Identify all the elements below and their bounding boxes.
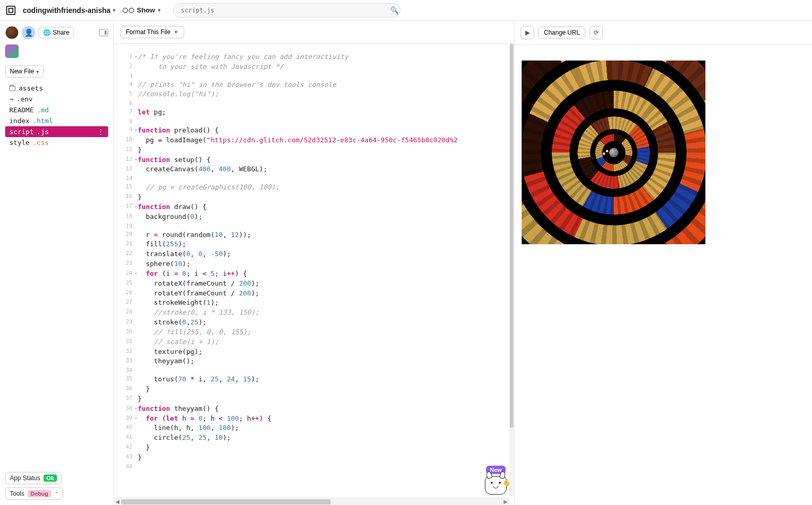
code-line[interactable]: 26 rotateY(frameCount / 200); <box>114 289 514 299</box>
avatar-anonymous[interactable]: 👤 <box>22 26 35 39</box>
file-item[interactable]: script.js⋮ <box>5 126 108 137</box>
preview-side-by-side-button[interactable]: ▶ <box>521 26 534 39</box>
tools-label: Tools <box>10 490 24 497</box>
file-name: assets <box>19 84 43 92</box>
file-item[interactable]: index.html⋮ <box>5 115 108 126</box>
line-number: 29 <box>114 318 138 328</box>
code-line[interactable]: 33 theyyam(); <box>114 357 514 366</box>
glitch-mascot[interactable]: New 👋 <box>485 466 507 495</box>
show-dropdown[interactable]: Show ▾ <box>123 6 161 14</box>
code-line[interactable]: 36 } <box>114 384 514 394</box>
scroll-left-icon[interactable]: ◀ <box>114 499 121 504</box>
search-input[interactable] <box>173 3 401 18</box>
code-line[interactable]: 2 to your site with Javascript */ <box>114 62 514 72</box>
line-number: 11 <box>114 145 138 155</box>
code-line[interactable]: 41 circle(25, 25, 10); <box>114 433 514 443</box>
code-line[interactable]: 16} <box>114 192 514 202</box>
code-editor[interactable]: 1▾/* If you're feeling fancy you can add… <box>114 44 514 505</box>
file-item[interactable]: style.css⋮ <box>5 137 108 148</box>
preview-canvas <box>522 61 705 244</box>
file-extension: .js <box>37 128 49 136</box>
app-status-button[interactable]: App Status Ok <box>5 472 62 484</box>
line-number: 40 <box>114 423 138 433</box>
code-line[interactable]: 38▾function theyyam() { <box>114 404 514 414</box>
code-line[interactable]: 28 //stroke(0, i * 133, 150); <box>114 308 514 318</box>
tools-button[interactable]: Tools Debug ⌃ <box>5 487 63 500</box>
code-line[interactable]: 40 line(h, h, 100, 100); <box>114 423 514 433</box>
code-line[interactable]: 37} <box>114 394 514 404</box>
code-line[interactable]: 44 <box>114 463 514 471</box>
line-number: 1▾ <box>114 52 138 62</box>
fold-icon[interactable]: ▾ <box>135 271 137 277</box>
code-line[interactable]: 29 stroke(0,25); <box>114 318 514 328</box>
project-name-label: codingwithfriends-anisha <box>23 6 111 14</box>
code-line[interactable]: 9▾function preload() { <box>114 126 514 136</box>
code-line[interactable]: 4// prints "hi" in the browser's dev too… <box>114 80 514 90</box>
code-line[interactable]: 12▾function setup() { <box>114 155 514 165</box>
code-line[interactable]: 30 // fill(255, 0, 0, 155); <box>114 328 514 337</box>
code-line[interactable]: 43} <box>114 453 514 463</box>
code-line[interactable]: 7let pg; <box>114 108 514 117</box>
line-number: 10 <box>114 136 138 145</box>
vertical-scrollbar[interactable] <box>509 43 514 496</box>
file-item[interactable]: README.md⋮ <box>5 105 108 115</box>
fold-icon[interactable]: ▾ <box>135 54 137 60</box>
code-line[interactable]: 6 <box>114 99 514 108</box>
code-line[interactable]: 5//console.log("hi"); <box>114 90 514 99</box>
code-line[interactable]: 18 background(0); <box>114 212 514 222</box>
line-number: 8 <box>114 117 138 126</box>
code-line[interactable]: 19 <box>114 222 514 230</box>
line-number: 33 <box>114 357 138 366</box>
avatar[interactable] <box>5 26 19 39</box>
fold-icon[interactable]: ▾ <box>135 415 137 422</box>
file-menu-icon[interactable]: ⋮ <box>97 128 104 136</box>
change-url-button[interactable]: Change URL <box>538 26 585 39</box>
code-line[interactable]: 35 torus(70 * i, 25, 24, 15); <box>114 375 514 384</box>
search-icon[interactable]: 🔍 <box>390 6 398 14</box>
new-file-button[interactable]: New File ▾ <box>5 65 43 78</box>
code-line[interactable]: 27 strokeWeight(1); <box>114 298 514 308</box>
collapse-sidebar-button[interactable] <box>99 29 108 36</box>
status-badge-ok: Ok <box>43 474 57 482</box>
fold-icon[interactable]: ▾ <box>135 127 137 133</box>
code-line[interactable]: 17▾function draw() { <box>114 202 514 212</box>
code-line[interactable]: 34 <box>114 366 514 375</box>
code-line[interactable]: 20 r = round(random(10, 12)); <box>114 230 514 240</box>
code-line[interactable]: 23 sphere(10); <box>114 259 514 269</box>
format-file-button[interactable]: Format This File ✦ <box>120 26 184 38</box>
code-line[interactable]: 31 // scale(i + 1); <box>114 337 514 347</box>
project-avatar-icon[interactable] <box>5 44 19 58</box>
search-wrap: 🔍 <box>173 3 411 18</box>
code-line[interactable]: 13 createCanvas(400, 400, WEBGL); <box>114 165 514 174</box>
share-button[interactable]: 🌐 Share <box>38 27 74 38</box>
code-line[interactable]: 15 // pg = createGraphics(100, 100); <box>114 183 514 192</box>
fold-icon[interactable]: ▾ <box>135 204 137 210</box>
code-line[interactable]: 10 pg = loadImage("https://cdn.glitch.co… <box>114 136 514 145</box>
line-number: 4 <box>114 80 138 90</box>
horizontal-scrollbar[interactable]: ◀ ▶ <box>114 498 509 505</box>
code-line[interactable]: 3 <box>114 72 514 80</box>
code-line[interactable]: 24▾ for (i = 0; i < 5; i++) { <box>114 269 514 279</box>
code-line[interactable]: 42 } <box>114 443 514 453</box>
file-item[interactable]: assets⋮ <box>5 83 108 94</box>
code-line[interactable]: 22 translate(0, 0, -50); <box>114 249 514 259</box>
code-line[interactable]: 1▾/* If you're feeling fancy you can add… <box>114 52 514 62</box>
line-number: 18 <box>114 212 138 222</box>
code-line[interactable]: 32 texture(pg); <box>114 347 514 357</box>
fold-icon[interactable]: ▾ <box>135 157 137 163</box>
fold-icon[interactable]: ▾ <box>135 406 137 412</box>
file-item[interactable]: ⊸.env⋮ <box>5 94 108 105</box>
code-line[interactable]: 39▾ for (let h = 0; h < 100; h++) { <box>114 414 514 424</box>
code-line[interactable]: 25 rotateX(frameCount / 200); <box>114 279 514 289</box>
status-badge-debug: Debug <box>27 490 51 497</box>
line-number: 15 <box>114 183 138 192</box>
project-name-dropdown[interactable]: codingwithfriends-anisha ▾ <box>23 6 115 14</box>
file-extension: .html <box>33 117 53 125</box>
refresh-preview-button[interactable]: ⟳ <box>589 26 603 39</box>
line-number: 30 <box>114 328 138 337</box>
code-line[interactable]: 8 <box>114 117 514 126</box>
code-line[interactable]: 11} <box>114 145 514 155</box>
scroll-right-icon[interactable]: ▶ <box>502 499 509 504</box>
code-line[interactable]: 21 fill(255); <box>114 240 514 249</box>
code-line[interactable]: 14 <box>114 174 514 183</box>
